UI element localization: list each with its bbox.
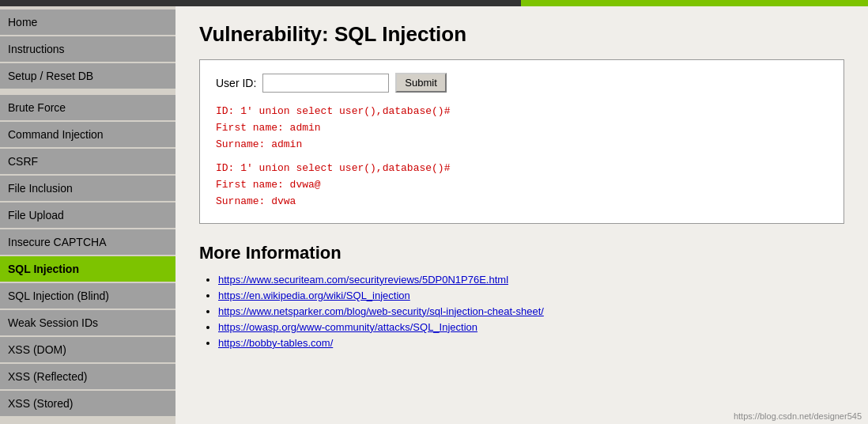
output-block-0: ID: 1' union select user(),database()#Fi… xyxy=(216,104,828,153)
output-line: Surname: admin xyxy=(216,137,828,153)
link-item-3: https://owasp.org/www-community/attacks/… xyxy=(218,320,844,333)
sidebar-item-brute-force[interactable]: Brute Force xyxy=(0,95,175,120)
more-info-link-4[interactable]: https://bobby-tables.com/ xyxy=(218,337,333,349)
user-id-label: User ID: xyxy=(216,77,256,89)
output-line: First name: dvwa@ xyxy=(216,177,828,194)
sidebar-item-sql-injection[interactable]: SQL Injection xyxy=(0,256,175,282)
more-info-title: More Information xyxy=(199,243,844,263)
vuln-box: User ID: Submit ID: 1' union select user… xyxy=(199,59,844,224)
link-item-2: https://www.netsparker.com/blog/web-secu… xyxy=(218,305,844,317)
page-title: Vulnerability: SQL Injection xyxy=(199,22,844,47)
more-info-section: More Information https://www.securiteam.… xyxy=(199,243,844,349)
sidebar-item-weak-session[interactable]: Weak Session IDs xyxy=(0,310,175,335)
sidebar-item-file-inclusion[interactable]: File Inclusion xyxy=(0,176,175,201)
sidebar-item-instructions[interactable]: Instructions xyxy=(0,36,175,62)
output-line: First name: admin xyxy=(216,120,828,137)
output-line: ID: 1' union select user(),database()# xyxy=(216,161,828,177)
more-info-link-3[interactable]: https://owasp.org/www-community/attacks/… xyxy=(218,321,477,333)
link-item-1: https://en.wikipedia.org/wiki/SQL_inject… xyxy=(218,289,844,301)
output-line: Surname: dvwa xyxy=(216,194,828,210)
output-area: ID: 1' union select user(),database()#Fi… xyxy=(216,104,828,210)
link-item-0: https://www.securiteam.com/securityrevie… xyxy=(218,273,844,286)
sidebar-item-csrf[interactable]: CSRF xyxy=(0,149,175,174)
sidebar-item-command-injection[interactable]: Command Injection xyxy=(0,122,175,147)
user-id-input[interactable] xyxy=(262,74,389,93)
sidebar: HomeInstructionsSetup / Reset DBBrute Fo… xyxy=(0,6,175,424)
more-info-link-2[interactable]: https://www.netsparker.com/blog/web-secu… xyxy=(218,305,544,317)
sidebar-item-xss-dom[interactable]: XSS (DOM) xyxy=(0,337,175,362)
sidebar-item-home[interactable]: Home xyxy=(0,9,175,35)
output-block-1: ID: 1' union select user(),database()#Fi… xyxy=(216,161,828,210)
link-item-4: https://bobby-tables.com/ xyxy=(218,336,844,349)
more-info-link-0[interactable]: https://www.securiteam.com/securityrevie… xyxy=(218,274,508,286)
sidebar-item-xss-reflected[interactable]: XSS (Reflected) xyxy=(0,364,175,389)
more-info-link-1[interactable]: https://en.wikipedia.org/wiki/SQL_inject… xyxy=(218,290,410,301)
output-line: ID: 1' union select user(),database()# xyxy=(216,104,828,120)
top-bar xyxy=(0,0,868,6)
watermark: https://blog.csdn.net/designer545 xyxy=(734,411,862,421)
output-spacer xyxy=(216,153,828,161)
submit-button[interactable]: Submit xyxy=(395,73,446,93)
sidebar-item-insecure-captcha[interactable]: Insecure CAPTCHA xyxy=(0,229,175,255)
sidebar-item-sql-injection-blind[interactable]: SQL Injection (Blind) xyxy=(0,283,175,309)
sidebar-item-file-upload[interactable]: File Upload xyxy=(0,203,175,228)
sidebar-item-xss-stored[interactable]: XSS (Stored) xyxy=(0,391,175,416)
main-content: Vulnerability: SQL Injection User ID: Su… xyxy=(175,6,868,424)
sidebar-item-setup[interactable]: Setup / Reset DB xyxy=(0,63,175,89)
links-list: https://www.securiteam.com/securityrevie… xyxy=(199,273,844,349)
